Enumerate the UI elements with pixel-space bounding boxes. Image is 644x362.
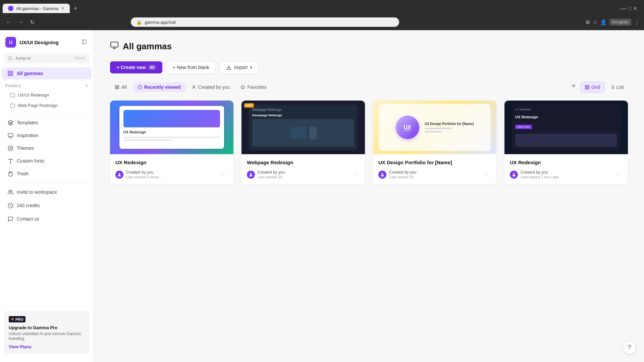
card-meta-1: Created by you Last viewed 6 minut... ··… [115, 170, 228, 179]
grid-view-btn[interactable]: Grid [580, 82, 604, 93]
upgrade-pro-badge: ★ PRO [9, 316, 25, 322]
filter-tab-all[interactable]: All [110, 82, 131, 92]
thumb-circle-sub: /UX [405, 128, 410, 132]
folder-item-web-redesign[interactable]: Web Page Redesign [2, 101, 92, 110]
page-title: All gammas [123, 41, 172, 52]
templates-icon [7, 120, 13, 126]
thumb-card4-badge-wrap: View more [515, 123, 617, 129]
recently-viewed-icon [138, 85, 142, 89]
sidebar-item-custom-fonts[interactable]: Custom fonts [2, 155, 92, 167]
extensions-btn[interactable]: ⚙ [585, 19, 590, 25]
svg-marker-23 [241, 85, 245, 89]
sidebar-bottom-items: Invite to workspace 240 credits Contact … [0, 186, 94, 228]
custom-fonts-label: Custom fonts [17, 158, 44, 164]
sidebar-item-inspiration[interactable]: Inspiration [2, 129, 92, 141]
thumb-card4-content: UX Redesign UX Redesign View more [512, 105, 621, 150]
upgrade-title: Upgrade to Gamma Pro [9, 325, 85, 330]
add-folder-btn[interactable]: + [85, 83, 88, 89]
favorites-icon [240, 85, 245, 89]
sidebar-item-credits[interactable]: 240 credits [2, 199, 92, 212]
address-bar[interactable]: 🔒 gamma.app/#all [131, 17, 399, 27]
svg-rect-17 [115, 85, 117, 87]
author-avatar-2 [247, 171, 255, 179]
import-icon [226, 65, 231, 70]
sidebar-item-templates[interactable]: Templates [2, 117, 92, 129]
thumb-card2-header: Webpage Redesign [252, 108, 354, 112]
card-more-btn-2[interactable]: ··· [351, 171, 360, 178]
card-4[interactable]: UX Redesign UX Redesign View more UX Red… [504, 101, 628, 184]
filter-tab-recently-viewed[interactable]: Recently viewed [133, 82, 185, 92]
lock-icon: 🔒 [136, 19, 142, 25]
main-content: All gammas + Create new AI + New from bl… [94, 30, 644, 362]
card-body-4: UX Redesign Created by you Last viewed 1… [504, 154, 628, 184]
trash-icon [7, 171, 13, 177]
inspiration-label: Inspiration [17, 133, 39, 138]
svg-rect-19 [115, 87, 117, 89]
thumb-card2-title: Homepage Redesign [252, 114, 354, 117]
sidebar-item-all-gammas[interactable]: All gammas [2, 67, 92, 79]
reload-btn[interactable]: ↻ [28, 18, 37, 27]
thumb-card3-content: UX /UX UX Design Portfolio for [Name] [379, 104, 490, 151]
card-author-3: Created by you Last viewed 50... [378, 170, 417, 179]
thumb-bar-1 [123, 137, 220, 138]
svg-rect-0 [82, 40, 86, 44]
maximize-btn[interactable]: □ [629, 6, 631, 11]
view-toggle: Grid List [568, 82, 628, 93]
search-input[interactable] [15, 56, 71, 61]
bookmark-star-btn[interactable]: ☆ [593, 19, 597, 25]
new-from-blank-btn[interactable]: + New from blank [166, 61, 216, 74]
card-meta-3: Created by you Last viewed 50... ··· [378, 170, 491, 179]
card-more-btn-4[interactable]: ··· [614, 171, 623, 178]
card-more-btn-1[interactable]: ··· [220, 171, 228, 178]
profile-btn[interactable]: 👤 [600, 19, 607, 25]
svg-point-37 [513, 173, 515, 175]
sort-btn[interactable] [568, 82, 579, 93]
sidebar-header: U UX/UI Designing [0, 34, 94, 53]
thumb-card1-bars [123, 137, 220, 141]
help-btn[interactable]: ? [623, 341, 636, 354]
active-tab[interactable]: All gammas - Gamma ✕ [3, 4, 70, 13]
create-new-btn[interactable]: + Create new AI [110, 61, 162, 73]
import-btn[interactable]: Import ▾ [220, 61, 259, 74]
sidebar-item-trash[interactable]: Trash [2, 168, 92, 180]
thumb-card4-pre: UX Redesign [515, 108, 617, 111]
svg-point-34 [119, 173, 120, 175]
svg-point-11 [9, 190, 11, 192]
svg-point-1 [9, 57, 12, 60]
contact-icon [7, 216, 13, 222]
import-chevron-icon: ▾ [250, 65, 252, 70]
themes-label: Themes [17, 145, 34, 151]
tab-close-btn[interactable]: ✕ [61, 6, 64, 11]
card-more-btn-3[interactable]: ··· [483, 171, 491, 178]
search-box[interactable]: Ctrl+K [4, 53, 90, 63]
svg-rect-24 [585, 85, 587, 86]
sidebar-item-invite[interactable]: Invite to workspace [2, 186, 92, 198]
new-tab-button[interactable]: + [71, 4, 80, 13]
folder-item-ux-redesign[interactable]: UX/UI Redesign [2, 90, 92, 100]
list-view-btn[interactable]: List [606, 82, 628, 92]
sidebar-divider [5, 114, 88, 114]
sidebar-item-themes[interactable]: Themes [2, 142, 92, 154]
card-1[interactable]: UX Redesign UX Redesign [110, 101, 233, 184]
sidebar-item-contact[interactable]: Contact us [2, 213, 92, 225]
card-3[interactable]: UX /UX UX Design Portfolio for [Name] UX… [373, 101, 496, 184]
filter-tab-favorites[interactable]: Favorites [236, 82, 271, 92]
minimize-btn[interactable]: — [621, 5, 627, 12]
sidebar-collapse-btn[interactable] [80, 38, 88, 47]
close-window-btn[interactable]: ✕ [633, 6, 637, 11]
toolbar-right: ⚙ ☆ 👤 Incognito ⋮ [585, 18, 640, 26]
menu-btn[interactable]: ⋮ [634, 18, 640, 26]
filter-tab-created-by-you[interactable]: Created by you [187, 82, 235, 92]
forward-btn[interactable]: → [16, 18, 25, 26]
search-shortcut: Ctrl+K [74, 56, 86, 61]
back-btn[interactable]: ← [4, 18, 13, 26]
thumb-text-block: UX Design Portfolio for [Name] [425, 122, 474, 132]
svg-point-22 [193, 85, 195, 87]
svg-point-7 [8, 146, 13, 150]
svg-point-8 [10, 147, 11, 149]
card-2[interactable]: Webpage Redesign Homepage Redesign NEW W… [241, 101, 365, 184]
view-plans-btn[interactable]: View Plans [9, 344, 85, 349]
sort-icon [571, 84, 576, 89]
author-time-1: Last viewed 6 minut... [126, 175, 162, 179]
cards-grid: UX Redesign UX Redesign [110, 101, 628, 184]
